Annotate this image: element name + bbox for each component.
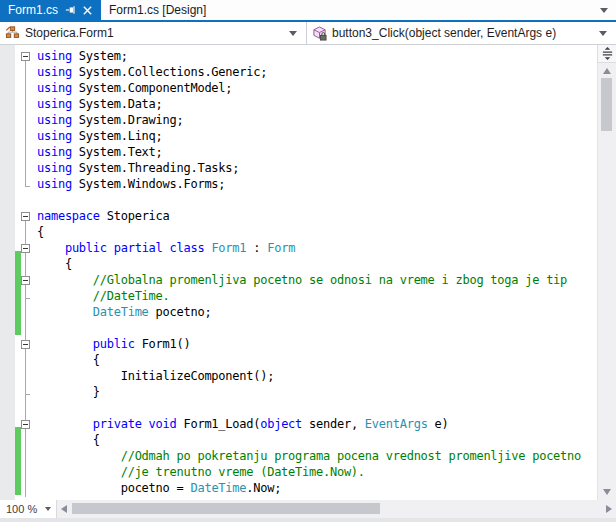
code-line[interactable]: {: [37, 352, 596, 368]
type-dropdown[interactable]: Stoperica.Form1: [0, 22, 307, 44]
chevron-down-icon: [599, 31, 607, 36]
code-line[interactable]: {: [37, 224, 596, 240]
code-line[interactable]: DateTime pocetno;: [37, 304, 596, 320]
close-icon[interactable]: [82, 5, 93, 16]
fold-guide-line: [25, 349, 26, 394]
code-line[interactable]: using System.Windows.Forms;: [37, 176, 596, 192]
class-icon: [5, 26, 20, 40]
tab-list-dropdown-icon[interactable]: [600, 8, 608, 13]
code-line[interactable]: {: [37, 256, 596, 272]
scroll-up-icon[interactable]: [603, 68, 611, 74]
fold-end-marker: [25, 298, 30, 299]
fold-toggle-icon[interactable]: [21, 340, 30, 349]
window-bottom-strip: [0, 518, 616, 522]
code-line[interactable]: //je trenutno vreme (DateTime.Now).: [37, 464, 596, 480]
scroll-down-icon[interactable]: [603, 489, 611, 495]
vertical-scrollbar[interactable]: [597, 63, 616, 500]
zoom-dropdown[interactable]: 100 %: [0, 500, 57, 518]
tab-form1-cs[interactable]: Form1.cs: [0, 0, 101, 20]
pin-icon[interactable]: [65, 4, 77, 16]
type-dropdown-value: Stoperica.Form1: [25, 26, 114, 40]
code-line[interactable]: pocetno = DateTime.Now;: [37, 480, 596, 496]
navigation-bar: Stoperica.Form1 button3_Click(object sen…: [0, 22, 616, 45]
horizontal-scrollbar-thumb[interactable]: [72, 503, 380, 514]
code-line[interactable]: using System.Text;: [37, 144, 596, 160]
fold-toggle-icon[interactable]: [21, 52, 30, 61]
fold-end-marker: [25, 186, 30, 187]
code-line[interactable]: [37, 400, 596, 416]
code-line[interactable]: using System.Linq;: [37, 128, 596, 144]
code-line[interactable]: using System.Threading.Tasks;: [37, 160, 596, 176]
code-line[interactable]: }: [37, 384, 596, 400]
code-line[interactable]: //DateTime.: [37, 288, 596, 304]
fold-end-marker: [25, 394, 30, 395]
method-private-icon: [312, 26, 327, 41]
code-line[interactable]: using System.ComponentModel;: [37, 80, 596, 96]
chevron-down-icon: [45, 507, 51, 511]
code-line[interactable]: [37, 320, 596, 336]
outlining-margin: [0, 45, 36, 497]
document-tab-bar: Form1.cs Form1.cs [Design]: [0, 0, 616, 22]
fold-guide-line: [25, 61, 26, 186]
code-editor[interactable]: using System;using System.Collections.Ge…: [0, 45, 616, 500]
code-line[interactable]: using System.Drawing;: [37, 112, 596, 128]
fold-toggle-icon[interactable]: [21, 212, 30, 221]
zoom-level: 100 %: [6, 503, 37, 515]
code-line[interactable]: namespace Stoperica: [37, 208, 596, 224]
horizontal-scrollbar[interactable]: [57, 500, 616, 518]
code-line[interactable]: public Form1(): [37, 336, 596, 352]
scroll-left-icon[interactable]: [61, 505, 67, 513]
member-dropdown-value: button3_Click(object sender, EventArgs e…: [332, 26, 556, 40]
code-line[interactable]: {: [37, 432, 596, 448]
code-line[interactable]: //Odmah po pokretanju programa pocena vr…: [37, 448, 596, 464]
code-lines[interactable]: using System;using System.Collections.Ge…: [37, 48, 596, 496]
fold-guide-line: [25, 285, 26, 298]
tab-form1-cs-design[interactable]: Form1.cs [Design]: [101, 0, 214, 20]
tab-label: Form1.cs: [8, 3, 58, 17]
fold-toggle-icon[interactable]: [21, 420, 30, 429]
split-window-handle[interactable]: [597, 45, 616, 63]
member-dropdown[interactable]: button3_Click(object sender, EventArgs e…: [307, 22, 616, 44]
code-line[interactable]: //Globalna promenljiva pocetno se odnosi…: [37, 272, 596, 288]
fold-toggle-icon[interactable]: [21, 276, 30, 285]
code-line[interactable]: public partial class Form1 : Form: [37, 240, 596, 256]
code-line[interactable]: using System;: [37, 48, 596, 64]
code-line[interactable]: private void Form1_Load(object sender, E…: [37, 416, 596, 432]
tab-label: Form1.cs [Design]: [109, 3, 206, 17]
chevron-down-icon: [289, 31, 297, 36]
fold-guide-line: [25, 429, 26, 497]
fold-toggle-icon[interactable]: [21, 244, 30, 253]
scroll-right-icon[interactable]: [606, 505, 612, 513]
vertical-scrollbar-thumb[interactable]: [601, 78, 612, 131]
code-line[interactable]: using System.Collections.Generic;: [37, 64, 596, 80]
code-line[interactable]: InitializeComponent();: [37, 368, 596, 384]
code-line[interactable]: [37, 192, 596, 208]
code-line[interactable]: using System.Data;: [37, 96, 596, 112]
editor-bottom-bar: 100 %: [0, 500, 616, 518]
